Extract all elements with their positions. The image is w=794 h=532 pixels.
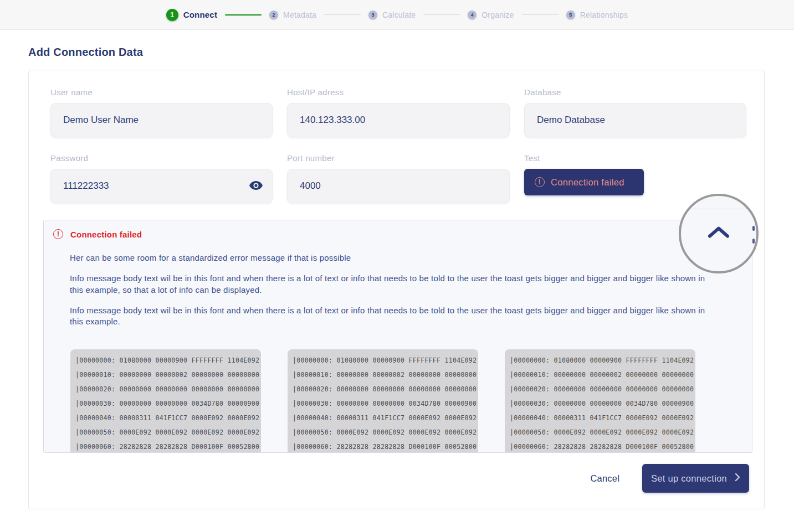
- step-label: Connect: [183, 10, 217, 19]
- test-connection-status-button[interactable]: ! Connection failed: [524, 169, 644, 195]
- footer-actions: Cancel Set up connection: [590, 464, 749, 493]
- chevron-right-icon: [735, 473, 740, 484]
- database-label: Database: [524, 87, 746, 97]
- magnified-scrollbar-detail: [752, 239, 755, 244]
- hexdump-block: |00000000: 01080000 00000900 FFFFFFFF 11…: [505, 349, 695, 453]
- submit-label: Set up connection: [651, 473, 727, 484]
- toast-message: Info message body text wil be in this fo…: [70, 305, 715, 328]
- port-input[interactable]: [287, 169, 510, 203]
- username-label: User name: [50, 87, 273, 97]
- port-label: Port number: [287, 153, 510, 163]
- step-metadata[interactable]: 2 Metadata: [269, 11, 316, 19]
- step-number-badge: 1: [166, 9, 178, 21]
- field-username: User name: [50, 87, 273, 137]
- toast-border-detail: [681, 209, 756, 209]
- toast-body: Her can be some room for a standardized …: [70, 252, 752, 453]
- step-number-badge: 5: [566, 11, 575, 19]
- page: 1 Connect 2 Metadata 3 Calculate 4 Organ…: [0, 0, 794, 532]
- host-label: Host/IP adress: [287, 87, 510, 97]
- detail-magnifier-circle: [679, 194, 759, 273]
- step-label: Calculate: [382, 11, 416, 19]
- step-number-badge: 2: [269, 11, 278, 19]
- test-label: Test: [524, 153, 746, 163]
- field-password: Password: [50, 153, 273, 203]
- wizard-stepper: 1 Connect 2 Metadata 3 Calculate 4 Organ…: [166, 9, 628, 21]
- field-port: Port number: [287, 153, 510, 203]
- step-connector: [324, 14, 361, 16]
- field-host: Host/IP adress: [287, 87, 510, 137]
- hexdump-block: |00000000: 01080000 00000900 FFFFFFFF 11…: [70, 349, 261, 453]
- step-label: Relationships: [580, 11, 628, 19]
- field-database: Database: [524, 87, 746, 137]
- hexdump-block: |00000000: 01080000 00000900 FFFFFFFF 11…: [288, 349, 478, 453]
- cancel-button[interactable]: Cancel: [590, 473, 619, 484]
- toast-message: Info message body text wil be in this fo…: [70, 273, 715, 296]
- page-title: Add Connection Data: [28, 46, 794, 59]
- wizard-stepper-bar: 1 Connect 2 Metadata 3 Calculate 4 Organ…: [0, 0, 794, 30]
- step-number-badge: 4: [468, 11, 477, 19]
- hexdump-row: |00000000: 01080000 00000900 FFFFFFFF 11…: [70, 349, 752, 453]
- collapse-toast-button[interactable]: [708, 226, 730, 240]
- connection-error-toast: ! Connection failed Her can be some room…: [43, 220, 752, 453]
- eye-icon: [249, 181, 263, 192]
- connection-form: User name Host/IP adress Database Passw: [50, 87, 745, 203]
- toast-header: ! Connection failed: [53, 229, 752, 239]
- step-label: Metadata: [283, 11, 316, 19]
- toggle-password-visibility-button[interactable]: [248, 178, 264, 194]
- host-input[interactable]: [287, 103, 510, 137]
- step-calculate[interactable]: 3 Calculate: [368, 11, 416, 19]
- password-input[interactable]: [50, 169, 273, 203]
- set-up-connection-button[interactable]: Set up connection: [642, 464, 749, 493]
- toast-title: Connection failed: [70, 230, 142, 239]
- alert-circle-icon: !: [535, 177, 545, 187]
- username-input[interactable]: [50, 103, 273, 137]
- database-input[interactable]: [524, 103, 746, 137]
- connection-form-card: User name Host/IP adress Database Passw: [28, 70, 765, 509]
- step-connector: [423, 14, 460, 16]
- step-relationships[interactable]: 5 Relationships: [566, 11, 628, 19]
- toast-message: Her can be some room for a standardized …: [70, 252, 715, 264]
- step-organize[interactable]: 4 Organize: [468, 11, 514, 19]
- step-label: Organize: [481, 11, 514, 19]
- step-number-badge: 3: [368, 11, 377, 19]
- password-label: Password: [50, 153, 273, 163]
- chevron-up-icon: [708, 232, 730, 240]
- test-status-text: Connection failed: [551, 177, 624, 188]
- step-connector: [522, 14, 559, 16]
- step-connect[interactable]: 1 Connect: [166, 9, 217, 21]
- magnified-scrollbar-detail: [752, 226, 755, 231]
- step-connector-active: [225, 14, 262, 16]
- alert-circle-icon: !: [53, 229, 63, 239]
